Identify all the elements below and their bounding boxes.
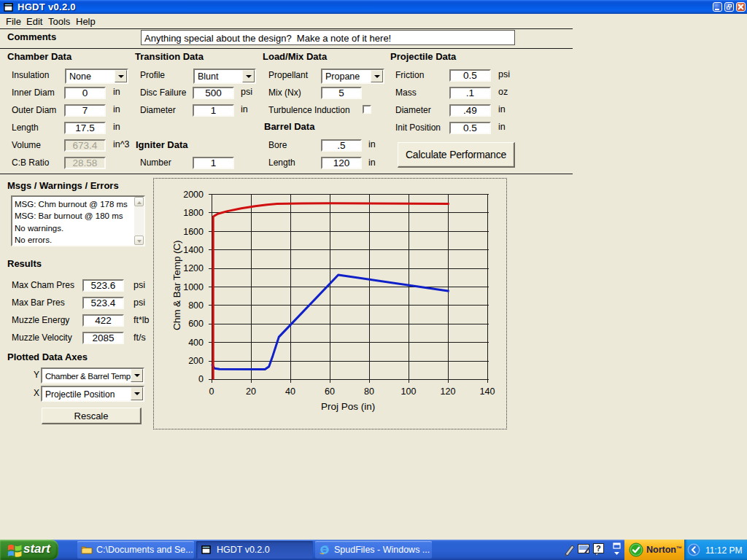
- svg-text:?: ?: [596, 544, 601, 553]
